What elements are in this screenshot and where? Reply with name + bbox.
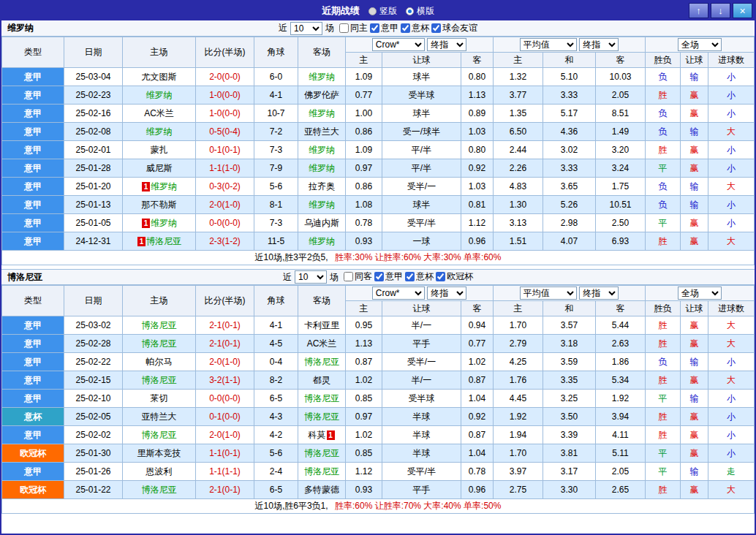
team-name[interactable]: 蒙扎 <box>151 145 168 155</box>
team-name[interactable]: 多特蒙德 <box>304 485 339 495</box>
team-name[interactable]: 威尼斯 <box>146 163 173 173</box>
team-name[interactable]: 维罗纳 <box>309 145 335 155</box>
team-name[interactable]: 博洛尼亚 <box>142 485 177 495</box>
checkbox-意杯[interactable] <box>401 23 410 33</box>
team-name[interactable]: 维罗纳 <box>151 181 177 191</box>
filter-checkbox-意杯[interactable]: 意杯 <box>405 270 434 283</box>
team-name[interactable]: 那不勒斯 <box>142 200 177 210</box>
scope-select[interactable]: 全场 <box>678 38 722 51</box>
checkbox-意甲[interactable] <box>370 23 379 33</box>
move-down-button[interactable]: ↓ <box>711 3 730 18</box>
team-name[interactable]: 博洛尼亚 <box>142 430 177 440</box>
team-name[interactable]: 尤文图斯 <box>142 72 177 82</box>
col-avg-home: 主 <box>494 301 543 316</box>
team-name[interactable]: 都灵 <box>313 375 330 385</box>
team-name[interactable]: 佛罗伦萨 <box>304 90 339 100</box>
goals-result-cell: 大 <box>708 481 755 499</box>
match-date: 25-03-04 <box>64 68 123 86</box>
filter-checkbox-意甲[interactable]: 意甲 <box>370 22 398 34</box>
team-name[interactable]: 博洛尼亚 <box>142 375 177 385</box>
red-card-badge: 1 <box>142 182 150 191</box>
team-name[interactable]: 博洛尼亚 <box>146 236 181 246</box>
away-odds: 0.92 <box>461 159 494 178</box>
avg-stage-select[interactable]: 终指 <box>579 287 619 300</box>
avg-home-odds: 2.79 <box>494 335 543 353</box>
team-name[interactable]: 维罗纳 <box>309 72 335 82</box>
goals-result-cell: 大 <box>708 232 755 251</box>
checkbox-意甲[interactable] <box>374 272 384 281</box>
team-name[interactable]: 拉齐奥 <box>309 181 335 191</box>
avg-draw-odds: 3.25 <box>543 390 596 408</box>
titlebar: 近期战绩 竖版 横版 ↑ ↓ × <box>1 1 755 20</box>
team-name[interactable]: AC米兰 <box>144 108 174 118</box>
result-cell: 平 <box>646 444 681 463</box>
filter-checkbox-同客[interactable]: 同客 <box>344 270 372 283</box>
match-count-select[interactable]: 10 <box>290 22 322 35</box>
avg-away-odds: 2.50 <box>596 214 646 232</box>
team-name[interactable]: 维罗纳 <box>151 218 177 228</box>
move-up-button[interactable]: ↑ <box>689 3 708 18</box>
checkbox-欧冠杯[interactable] <box>436 272 445 281</box>
odds-stage-select[interactable]: 终指 <box>427 38 466 51</box>
filter-checkbox-欧冠杯[interactable]: 欧冠杯 <box>436 270 473 283</box>
team-name[interactable]: 博洛尼亚 <box>304 411 339 422</box>
team-name[interactable]: 乌迪内斯 <box>304 218 339 228</box>
team-name[interactable]: 博洛尼亚 <box>142 338 177 349</box>
odds-stage-select[interactable]: 终指 <box>427 287 466 300</box>
radio-icon[interactable] <box>368 7 377 15</box>
team-name[interactable]: 卡利亚里 <box>304 320 339 330</box>
team-name[interactable]: 里斯本竞技 <box>137 448 181 458</box>
team-name[interactable]: 博洛尼亚 <box>304 357 339 367</box>
checkbox-同主[interactable] <box>339 23 349 33</box>
layout-radio-vertical[interactable]: 竖版 <box>368 5 397 18</box>
layout-radio-horizontal[interactable]: 横版 <box>406 5 434 18</box>
corner-score: 4-1 <box>254 316 298 335</box>
odds-company-select[interactable]: Crow* <box>372 38 425 51</box>
scope-select[interactable]: 全场 <box>678 287 722 300</box>
avg-select[interactable]: 平均值 <box>520 287 577 300</box>
radio-icon[interactable] <box>406 7 414 15</box>
avg-away-odds: 10.51 <box>596 196 646 214</box>
team-name[interactable]: 博洛尼亚 <box>304 448 339 458</box>
close-icon: × <box>739 5 745 17</box>
match-row: 意甲25-03-02博洛尼亚2-1(0-1)4-1卡利亚里0.95半/一0.94… <box>2 316 755 335</box>
match-count-select[interactable]: 10 <box>295 270 327 284</box>
checkbox-球会友谊[interactable] <box>431 23 441 33</box>
checkbox-意杯[interactable] <box>405 272 415 281</box>
close-button[interactable]: × <box>733 3 752 18</box>
team-name[interactable]: 维罗纳 <box>309 108 335 118</box>
team-name[interactable]: 博洛尼亚 <box>142 320 177 330</box>
team-name[interactable]: 维罗纳 <box>309 163 335 173</box>
match-date: 25-01-20 <box>64 178 123 196</box>
home-team-cell: 维罗纳 <box>123 86 196 105</box>
team-name[interactable]: 维罗纳 <box>309 236 335 246</box>
team-name[interactable]: 科莫 <box>309 430 326 440</box>
team-name[interactable]: 维罗纳 <box>146 126 173 137</box>
corner-score: 11-5 <box>254 232 298 251</box>
team-name[interactable]: 莱切 <box>151 393 168 403</box>
team-name[interactable]: AC米兰 <box>307 338 337 349</box>
home-odds: 0.85 <box>346 390 382 408</box>
result-cell: 负 <box>646 68 681 86</box>
team-name[interactable]: 恩波利 <box>146 466 173 477</box>
team-name[interactable]: 博洛尼亚 <box>304 466 339 477</box>
team-name[interactable]: 维罗纳 <box>146 90 173 100</box>
avg-stage-select[interactable]: 终指 <box>579 38 619 51</box>
checkbox-同客[interactable] <box>344 272 353 281</box>
filter-checkbox-同主[interactable]: 同主 <box>339 22 368 34</box>
team-name[interactable]: 帕尔马 <box>146 357 173 367</box>
team-name[interactable]: 博洛尼亚 <box>304 393 339 403</box>
away-team-cell: 博洛尼亚 <box>298 463 346 481</box>
avg-select[interactable]: 平均值 <box>520 38 577 51</box>
avg-draw-odds: 2.98 <box>543 214 596 232</box>
handicap-result-cell: 输 <box>681 353 708 371</box>
odds-company-select[interactable]: Crow* <box>372 287 425 300</box>
col-score: 比分(半场) <box>196 286 254 316</box>
filter-checkbox-意杯[interactable]: 意杯 <box>401 22 429 34</box>
filter-checkbox-意甲[interactable]: 意甲 <box>374 270 403 283</box>
filter-checkbox-球会友谊[interactable]: 球会友谊 <box>431 22 477 34</box>
team-name[interactable]: 亚特兰大 <box>304 126 339 137</box>
avg-draw-odds: 3.18 <box>543 335 596 353</box>
team-name[interactable]: 维罗纳 <box>309 200 335 210</box>
team-name[interactable]: 亚特兰大 <box>142 411 177 422</box>
